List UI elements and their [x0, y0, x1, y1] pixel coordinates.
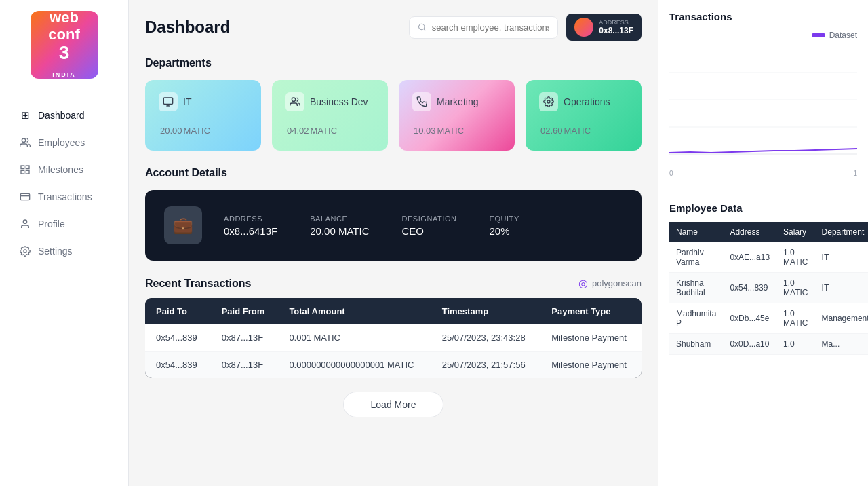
svg-line-10	[424, 29, 425, 30]
legend-label: Dataset	[829, 31, 857, 40]
cell-paid-to: 0x54...839	[145, 324, 211, 352]
chart-svg-container	[669, 45, 857, 167]
address-value: 0x8...13F	[599, 26, 633, 35]
table-row: 0x54...839 0x87...13F 0.0000000000000000…	[145, 352, 642, 379]
dept-header-biz: Business Dev	[285, 92, 374, 111]
sidebar-item-label: Settings	[38, 246, 73, 257]
sidebar-item-employees[interactable]: Employees	[5, 130, 123, 155]
employees-icon	[19, 136, 31, 149]
dept-icon-mkt	[412, 92, 431, 111]
svg-point-14	[292, 98, 295, 101]
address-badge: ADDRESS 0x8...13F	[566, 14, 642, 41]
search-icon	[418, 22, 427, 32]
transactions-chart-svg	[669, 45, 857, 161]
address-info: ADDRESS 0x8...13F	[599, 19, 633, 35]
transactions-header: Recent Transactions ◎ polygonscan	[145, 277, 642, 290]
chart-area: Dataset 0 1	[669, 31, 857, 180]
cell-paid-from: 0x87...13F	[211, 352, 279, 379]
table-row: 0x54...839 0x87...13F 0.001 MATIC 25/07/…	[145, 324, 642, 352]
cell-paid-from: 0x87...13F	[211, 324, 279, 352]
dept-icon-biz	[285, 92, 304, 111]
chart-axis: 0 1	[669, 167, 857, 180]
svg-rect-2	[26, 166, 29, 169]
sidebar-item-label: Employees	[38, 137, 85, 148]
field-label-equity: EQUITY	[490, 214, 519, 223]
sidebar-item-profile[interactable]: Profile	[5, 211, 123, 237]
transactions-chart-section: Transactions Dataset 0 1	[658, 0, 868, 191]
emp-row: Madhumita P 0xDb...45e 1.0 MATIC Managem…	[669, 303, 868, 334]
col-payment-type: Payment Type	[540, 298, 642, 324]
load-more-container: Load More	[145, 378, 642, 424]
emp-salary: 1.0 MATIC	[776, 242, 814, 273]
field-value-designation: CEO	[401, 225, 456, 237]
account-card: 💼 ADDRESS 0x8...6413F BALANCE 20.00 MATI…	[145, 190, 642, 261]
chart-legend: Dataset	[669, 31, 857, 40]
svg-rect-4	[21, 170, 24, 174]
emp-address: 0x54...839	[723, 273, 776, 303]
account-field-address: ADDRESS 0x8...6413F	[224, 214, 277, 237]
emp-name: Krishna Budhilal	[669, 273, 723, 303]
emp-address: 0x0D...a10	[723, 334, 776, 355]
emp-row: Krishna Budhilal 0x54...839 1.0 MATIC IT	[669, 273, 868, 303]
employee-data-section: Employee Data Name Address Salary Depart…	[658, 191, 868, 486]
transactions-icon	[19, 191, 31, 203]
dept-header-ops: Operations	[539, 92, 628, 111]
avatar	[574, 18, 593, 37]
sidebar: webconf3INDIA ⊞ Dashboard Employees Mile…	[0, 0, 129, 486]
logo-image: webconf3INDIA	[31, 11, 98, 79]
col-timestamp: Timestamp	[431, 298, 541, 324]
wallet-icon: 💼	[164, 206, 202, 244]
load-more-button[interactable]: Load More	[343, 392, 444, 417]
polygonscan-label: polygonscan	[592, 278, 642, 288]
emp-name: Madhumita P	[669, 303, 723, 334]
sidebar-logo: webconf3INDIA	[0, 0, 128, 90]
col-paid-to: Paid To	[145, 298, 211, 324]
svg-point-15	[547, 100, 550, 103]
emp-name: Shubham	[669, 334, 723, 355]
dept-name-ops: Operations	[564, 96, 610, 107]
address-label: ADDRESS	[599, 19, 633, 26]
search-bar[interactable]	[409, 16, 558, 39]
svg-point-7	[23, 220, 26, 223]
field-value-address: 0x8...6413F	[224, 225, 277, 237]
departments-title: Departments	[145, 57, 642, 69]
sidebar-navigation: ⊞ Dashboard Employees Milestones Transac…	[0, 90, 128, 486]
cell-timestamp: 25/07/2023, 21:57:56	[431, 352, 541, 379]
sidebar-item-milestones[interactable]: Milestones	[5, 157, 123, 183]
sidebar-item-transactions[interactable]: Transactions	[5, 184, 123, 210]
emp-dept: IT	[815, 242, 868, 273]
svg-rect-3	[26, 170, 29, 174]
field-value-balance: 20.00 MATIC	[310, 225, 369, 237]
emp-name: Pardhiv Varma	[669, 242, 723, 273]
dept-icon-ops	[539, 92, 558, 111]
search-input[interactable]	[432, 22, 549, 33]
sidebar-item-dashboard[interactable]: ⊞ Dashboard	[5, 102, 123, 128]
col-paid-from: Paid From	[211, 298, 279, 324]
account-field-designation: DESIGNATION CEO	[401, 214, 456, 237]
emp-row: Shubham 0x0D...a10 1.0 Ma...	[669, 334, 868, 355]
polygonscan-icon: ◎	[578, 277, 588, 290]
employee-data-title: Employee Data	[669, 202, 857, 214]
field-label-address: ADDRESS	[224, 214, 277, 223]
sidebar-item-settings[interactable]: Settings	[5, 238, 123, 264]
employee-table: Name Address Salary Department Pardhiv V…	[669, 222, 868, 355]
svg-rect-1	[21, 166, 24, 169]
legend-color	[812, 33, 825, 37]
polygonscan-link[interactable]: ◎ polygonscan	[578, 277, 642, 290]
emp-address: 0xDb...45e	[723, 303, 776, 334]
emp-salary: 1.0	[776, 334, 814, 355]
emp-col-address: Address	[723, 222, 776, 242]
cell-amount: 0.001 MATIC	[278, 324, 431, 352]
sidebar-item-label: Transactions	[38, 191, 92, 202]
cell-timestamp: 25/07/2023, 23:43:28	[431, 324, 541, 352]
dept-name-mkt: Marketing	[437, 96, 478, 107]
cell-amount: 0.000000000000000001 MATIC	[278, 352, 431, 379]
emp-col-name: Name	[669, 222, 723, 242]
transactions-title: Recent Transactions	[145, 278, 252, 290]
account-field-equity: EQUITY 20%	[490, 214, 519, 237]
main-content: Dashboard ADDRESS 0x8...13F Departments	[129, 0, 658, 486]
emp-address: 0xAE...a13	[723, 242, 776, 273]
emp-salary: 1.0 MATIC	[776, 303, 814, 334]
profile-icon	[19, 218, 31, 230]
dept-amount-mkt: 10.03MATIC	[412, 117, 501, 138]
